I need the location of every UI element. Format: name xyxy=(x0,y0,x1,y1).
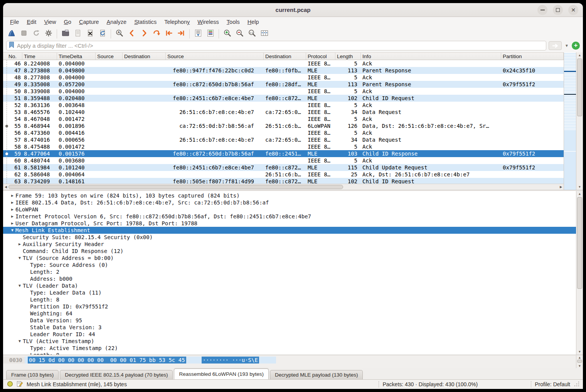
detail-row[interactable]: ▼TLV (Active Timestamp) xyxy=(3,338,576,345)
zoom-original-button[interactable]: 1:1 xyxy=(246,28,258,40)
add-filter-button[interactable]: + xyxy=(572,42,580,50)
open-file-button[interactable] xyxy=(59,28,71,40)
detail-row[interactable]: ▼Mesh Link Establishment xyxy=(3,227,576,234)
zoom-in-button[interactable] xyxy=(221,28,233,40)
detail-row[interactable]: Type: Leader Data (11) xyxy=(3,289,576,296)
hex-bytes-selected[interactable]: 00 15 0d 00 00 00 00 00 00 00 01 75 bb 5… xyxy=(28,357,186,364)
detail-row[interactable]: ▶Frame 59: 103 bytes on wire (824 bits),… xyxy=(3,192,576,199)
column-header-delta[interactable]: TimeDelta xyxy=(57,53,96,60)
expert-info-icon[interactable] xyxy=(7,381,13,388)
scroll-up-arrow[interactable]: ▲ xyxy=(576,52,583,58)
detail-row[interactable]: Data Version: 95 xyxy=(3,317,576,324)
packet-list-vscrollbar[interactable]: ▲ ▼ xyxy=(576,52,583,190)
hscrollbar-thumb[interactable] xyxy=(8,185,343,189)
minimize-button[interactable] xyxy=(537,5,547,15)
bytes-scroll-up-arrow[interactable]: ▲ xyxy=(576,355,583,360)
detail-row[interactable]: ▶User Datagram Protocol, Src Port: 19788… xyxy=(3,220,576,227)
column-header-proto[interactable]: Protocol xyxy=(306,53,335,60)
apply-filter-button[interactable] xyxy=(549,41,562,50)
detail-row[interactable]: Stable Data Version: 3 xyxy=(3,324,576,331)
column-header-src2[interactable]: Source xyxy=(166,53,264,60)
menu-wireless[interactable]: Wireless xyxy=(194,18,223,26)
menu-telephony[interactable]: Telephony xyxy=(160,18,194,26)
detail-row[interactable]: Weighting: 64 xyxy=(3,310,576,317)
tab-decrypted-mle-payload-130-bytes[interactable]: Decrypted MLE payload (130 bytes) xyxy=(270,370,363,379)
collapse-arrow-icon[interactable]: ▼ xyxy=(17,338,23,345)
detail-row[interactable]: Length: 2 xyxy=(3,268,576,275)
collapse-arrow-icon[interactable]: ▼ xyxy=(17,282,23,289)
packet-row-46[interactable]: 468.2240080.004000IEEE 8…5Ack xyxy=(3,60,564,67)
detail-row[interactable]: ▶6LoWPAN xyxy=(3,206,576,213)
stop-capture-button[interactable] xyxy=(18,28,30,40)
resize-columns-button[interactable] xyxy=(258,28,270,40)
titlebar[interactable]: current.pcap ✕ xyxy=(3,3,583,17)
detail-row[interactable]: Type: Active Timestamp (22) xyxy=(3,345,576,352)
status-profile[interactable]: Profile: Default xyxy=(535,381,570,387)
filter-dropdown-chevron[interactable]: ▼ xyxy=(564,44,569,48)
packet-row-53[interactable]: 538.4655760.10244026:51:c6:b7:e8:ce:4b:e… xyxy=(3,109,564,116)
packet-row-63[interactable]: 638.7342090.148161fe80::505e:f807:7f81:4… xyxy=(3,178,564,184)
menu-tools[interactable]: Tools xyxy=(223,18,244,26)
detail-row[interactable]: Length: 8 xyxy=(3,352,576,355)
collapse-arrow-icon[interactable]: ▼ xyxy=(9,227,15,234)
column-header-time[interactable]: Time xyxy=(22,53,57,60)
menu-help[interactable]: Help xyxy=(244,18,263,26)
detail-row[interactable]: Leader Router ID: 44 xyxy=(3,331,576,338)
packet-row-55[interactable]: 558.4689440.001896ca:72:65:0d:b7:b8:56:a… xyxy=(3,122,564,129)
details-vscrollbar[interactable]: ▲ ▼ xyxy=(576,191,583,355)
packet-list-hscrollbar[interactable]: ◀ ▶ xyxy=(3,184,564,190)
column-header-no[interactable]: No. xyxy=(7,53,22,60)
menu-capture[interactable]: Capture xyxy=(75,18,103,26)
detail-row[interactable]: Partition ID: 0x79f551f2 xyxy=(3,303,576,310)
detail-row[interactable]: Address: b000 xyxy=(3,275,576,282)
bytes-vscrollbar[interactable]: ▲ ▼ xyxy=(576,355,583,368)
packet-row-54[interactable]: 548.4670480.001472IEEE 8…5Ack xyxy=(3,116,564,122)
capture-comment-icon[interactable] xyxy=(17,380,23,388)
vscrollbar-thumb[interactable] xyxy=(577,59,582,116)
details-scroll-down-arrow[interactable]: ▼ xyxy=(576,349,583,355)
reload-file-button[interactable] xyxy=(96,28,108,40)
detail-row[interactable]: ▶Auxiliary Security Header xyxy=(3,241,576,248)
detail-row[interactable]: Security Suite: 802.15.4 Security (0x00) xyxy=(3,234,576,241)
expand-arrow-icon[interactable]: ▶ xyxy=(9,206,15,213)
detail-row[interactable]: ▶Internet Protocol Version 6, Src: fe80:… xyxy=(3,213,576,220)
expand-arrow-icon[interactable]: ▶ xyxy=(9,199,15,206)
resize-grip[interactable] xyxy=(574,382,579,387)
scroll-left-arrow[interactable]: ◀ xyxy=(3,184,8,190)
detail-row[interactable]: Length: 8 xyxy=(3,296,576,303)
details-scroll-up-arrow[interactable]: ▲ xyxy=(576,191,583,197)
packet-row-60[interactable]: 608.4807440.003680IEEE 8…5Ack xyxy=(3,157,564,164)
capture-options-button[interactable] xyxy=(42,28,54,40)
detail-row[interactable]: ▼TLV (Leader Data) xyxy=(3,282,576,289)
bytes-vscrollbar-thumb[interactable] xyxy=(577,360,582,363)
packet-row-49[interactable]: 498.3350080.057200fe80::c872:650d:b7b8:5… xyxy=(3,81,564,88)
packet-row-59[interactable]: 598.4770640.001576fe80::c872:650d:b7b8:5… xyxy=(3,150,564,157)
expand-arrow-icon[interactable]: ▶ xyxy=(9,220,15,227)
tab-frame-103-bytes[interactable]: Frame (103 bytes) xyxy=(6,370,59,379)
column-header-dst1[interactable]: Destination xyxy=(123,53,166,60)
column-header-part[interactable]: Partition xyxy=(501,53,564,60)
packet-row-57[interactable]: 578.4740160.00065626:51:c6:b7:e8:ce:4b:e… xyxy=(3,136,564,143)
packet-row-58[interactable]: 588.4754880.001472IEEE 8…5Ack xyxy=(3,143,564,150)
expand-arrow-icon[interactable]: ▶ xyxy=(17,241,23,248)
auto-scroll-button[interactable] xyxy=(192,28,204,40)
save-file-button[interactable] xyxy=(72,28,84,40)
packet-row-50[interactable]: 508.3390080.004000IEEE 8…5Ack xyxy=(3,88,564,95)
start-capture-button[interactable] xyxy=(5,28,17,40)
packet-row-51[interactable]: 518.3594880.020480fe80::2451:c6b7:e8ce:4… xyxy=(3,95,564,102)
bookmark-icon[interactable] xyxy=(9,42,14,50)
scroll-right-arrow[interactable]: ▶ xyxy=(558,184,564,190)
go-first-button[interactable] xyxy=(163,28,175,40)
bytes-scroll-down-arrow[interactable]: ▼ xyxy=(576,364,583,368)
zoom-out-button[interactable] xyxy=(234,28,246,40)
intelligent-scrollbar-minimap[interactable] xyxy=(564,52,576,190)
go-forward-button[interactable] xyxy=(138,28,150,40)
tab-reassembled-6lowpan-193-bytes[interactable]: Reassembled 6LoWPAN (193 bytes) xyxy=(174,369,269,379)
packet-row-48[interactable]: 488.2778080.004000IEEE 8…5Ack xyxy=(3,74,564,81)
packet-row-56[interactable]: 568.4733600.004416IEEE 8…5Ack xyxy=(3,129,564,136)
display-filter-box[interactable] xyxy=(6,41,546,50)
find-packet-button[interactable]: A xyxy=(113,28,125,40)
detail-row[interactable]: Command: Child ID Response (12) xyxy=(3,248,576,255)
menu-view[interactable]: View xyxy=(40,18,60,26)
column-header-dst2[interactable]: Destination xyxy=(264,53,306,60)
